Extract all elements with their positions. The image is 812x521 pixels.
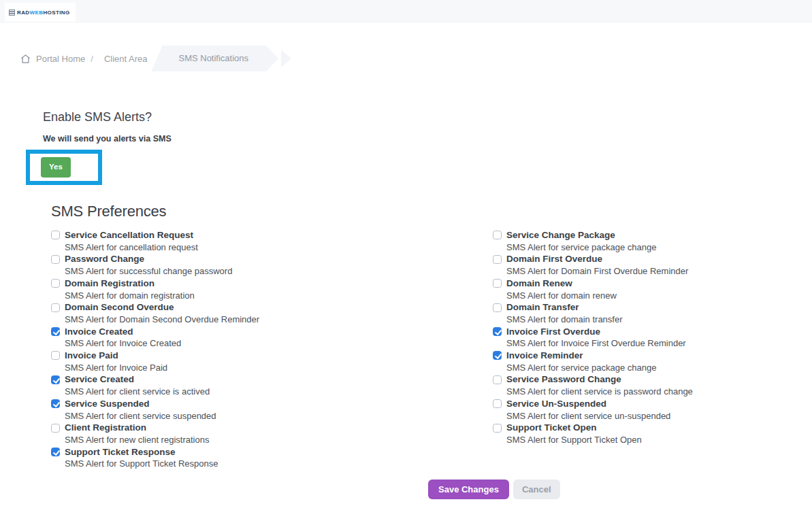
pref-description: SMS Alert for client service is actived (65, 386, 493, 398)
pref-item: Invoice First Overdue SMS Alert for Invo… (493, 326, 812, 350)
pref-item: Service Created SMS Alert for client ser… (51, 373, 493, 397)
pref-column-left: Service Cancellation Request SMS Alert f… (51, 229, 493, 470)
pref-description: SMS Alert for Support Ticket Open (506, 434, 812, 446)
save-changes-button[interactable]: Save Changes (428, 480, 509, 499)
brand-logo[interactable]: RadWebHosting (5, 3, 76, 22)
pref-checkbox[interactable] (51, 375, 60, 384)
pref-description: SMS Alert for Domain First Overdue Remin… (506, 265, 812, 278)
pref-item-head[interactable]: Support Ticket Response (51, 446, 493, 458)
pref-label: Service Change Package (506, 229, 615, 241)
pref-checkbox[interactable] (493, 303, 502, 312)
pref-checkbox[interactable] (51, 448, 60, 456)
form-actions: Save Changes Cancel (428, 480, 812, 499)
pref-label: Invoice Created (65, 326, 133, 338)
pref-item: Password Change SMS Alert for successful… (51, 253, 493, 277)
pref-item-head[interactable]: Domain First Overdue (493, 253, 812, 265)
pref-item: Domain Renew SMS Alert for domain renew (493, 278, 812, 301)
pref-item: Domain Transfer SMS Alert for domain tra… (493, 301, 812, 325)
pref-description: SMS Alert for successful change password (65, 265, 493, 278)
pref-description: SMS Alert for Invoice First Overdue Remi… (506, 337, 812, 350)
pref-label: Domain Transfer (506, 301, 579, 314)
pref-item: Service Un-Suspended SMS Alert for clien… (493, 398, 812, 422)
pref-label: Domain Second Overdue (65, 301, 174, 314)
pref-item-head[interactable]: Password Change (51, 253, 493, 265)
server-stack-icon (9, 6, 15, 18)
pref-item: Invoice Reminder SMS Alert for service p… (493, 350, 812, 373)
enable-sms-subtitle: We will send you alerts via SMS (43, 134, 812, 144)
pref-label: Support Ticket Response (65, 446, 176, 458)
pref-item-head[interactable]: Service Un-Suspended (493, 398, 812, 410)
pref-item-head[interactable]: Support Ticket Open (493, 422, 812, 434)
pref-checkbox[interactable] (51, 399, 60, 408)
sms-preferences-grid: Service Cancellation Request SMS Alert f… (0, 229, 812, 470)
pref-item-head[interactable]: Domain Renew (493, 278, 812, 290)
pref-description: SMS Alert for domain transfer (506, 314, 812, 326)
pref-item-head[interactable]: Domain Registration (51, 278, 493, 290)
enable-sms-title: Enable SMS Alerts? (43, 110, 812, 124)
pref-label: Service Created (65, 373, 134, 386)
pref-checkbox[interactable] (493, 279, 502, 288)
pref-checkbox[interactable] (493, 351, 502, 360)
pref-item-head[interactable]: Invoice First Overdue (493, 326, 812, 338)
pref-item: Service Password Change SMS Alert for cl… (493, 373, 812, 397)
home-icon[interactable] (20, 54, 31, 64)
pref-checkbox[interactable] (51, 255, 60, 264)
pref-label: Invoice Reminder (506, 350, 583, 362)
pref-description: SMS Alert for Domain Second Overdue Remi… (65, 314, 493, 326)
pref-item-head[interactable]: Service Password Change (493, 373, 812, 386)
pref-item: Support Ticket Response SMS Alert for Su… (51, 446, 493, 470)
pref-item-head[interactable]: Domain Transfer (493, 301, 812, 314)
pref-label: Service Un-Suspended (506, 398, 606, 410)
pref-item-head[interactable]: Domain Second Overdue (51, 301, 493, 314)
brand-name: RadWebHosting (17, 10, 70, 16)
pref-description: SMS Alert for cancellation request (65, 241, 493, 254)
pref-label: Service Cancellation Request (65, 229, 193, 241)
pref-item: Support Ticket Open SMS Alert for Suppor… (493, 422, 812, 446)
cancel-button[interactable]: Cancel (513, 480, 560, 499)
pref-checkbox[interactable] (51, 327, 60, 336)
sms-alerts-toggle[interactable]: Yes (26, 150, 102, 185)
pref-description: SMS Alert for service package change (506, 362, 812, 374)
breadcrumb-portal-home[interactable]: Portal Home (36, 54, 85, 64)
pref-description: SMS Alert for Support Ticket Response (65, 458, 493, 470)
pref-checkbox[interactable] (51, 231, 60, 239)
pref-item-head[interactable]: Invoice Created (51, 326, 493, 338)
pref-item-head[interactable]: Invoice Reminder (493, 350, 812, 362)
pref-label: Client Registration (65, 422, 146, 434)
pref-item-head[interactable]: Service Suspended (51, 398, 493, 410)
sms-preferences-title: SMS Preferences (51, 203, 812, 220)
pref-item: Service Change Package SMS Alert for ser… (493, 229, 812, 253)
pref-description: SMS Alert for Invoice Paid (65, 362, 493, 374)
pref-item-head[interactable]: Service Change Package (493, 229, 812, 241)
pref-checkbox[interactable] (493, 399, 502, 408)
pref-item-head[interactable]: Invoice Paid (51, 350, 493, 362)
pref-label: Support Ticket Open (506, 422, 597, 434)
pref-item: Service Suspended SMS Alert for client s… (51, 398, 493, 422)
pref-item-head[interactable]: Service Cancellation Request (51, 229, 493, 241)
pref-label: Password Change (65, 253, 144, 265)
pref-description: SMS Alert for Invoice Created (65, 337, 493, 350)
pref-checkbox[interactable] (493, 375, 502, 384)
pref-description: SMS Alert for client service is password… (506, 386, 812, 398)
pref-checkbox[interactable] (493, 255, 502, 264)
pref-checkbox[interactable] (51, 279, 60, 288)
pref-checkbox[interactable] (51, 351, 60, 360)
pref-checkbox[interactable] (493, 424, 502, 433)
pref-checkbox[interactable] (493, 327, 502, 336)
pref-checkbox[interactable] (51, 303, 60, 312)
pref-checkbox[interactable] (493, 231, 502, 239)
toggle-yes-button[interactable]: Yes (41, 157, 71, 178)
pref-item: Domain Registration SMS Alert for domain… (51, 278, 493, 301)
pref-label: Domain Renew (506, 278, 572, 290)
pref-checkbox[interactable] (51, 424, 60, 433)
pref-description: SMS Alert for domain renew (506, 290, 812, 302)
pref-item: Client Registration SMS Alert for new cl… (51, 422, 493, 446)
pref-item: Domain Second Overdue SMS Alert for Doma… (51, 301, 493, 325)
pref-description: SMS Alert for client service suspended (65, 410, 493, 422)
pref-label: Domain Registration (65, 278, 155, 290)
breadcrumb-client-area[interactable]: Client Area (104, 54, 148, 64)
pref-item-head[interactable]: Client Registration (51, 422, 493, 434)
pref-item-head[interactable]: Service Created (51, 373, 493, 386)
breadcrumb: Portal Home / Client Area SMS Notificati… (20, 46, 812, 71)
pref-label: Domain First Overdue (506, 253, 602, 265)
